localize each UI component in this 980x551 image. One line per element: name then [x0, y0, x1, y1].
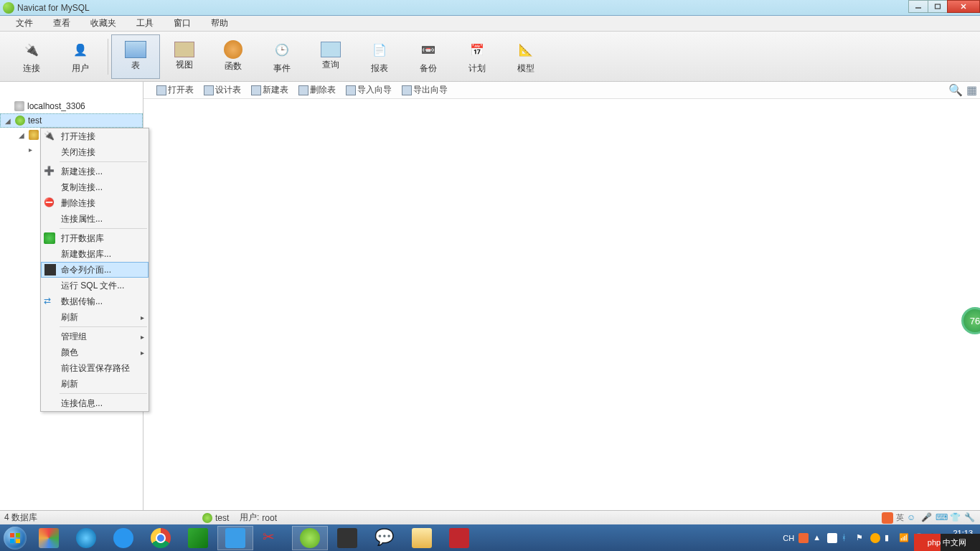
menu-file[interactable]: 文件 [6, 16, 43, 31]
menu-favorites[interactable]: 收藏夹 [80, 16, 126, 31]
tray-sogou-icon[interactable] [798, 533, 809, 543]
report-icon: 📄 [368, 38, 391, 61]
wechat-icon: 💬 [374, 528, 395, 548]
minimize-button[interactable] [908, 0, 928, 13]
tray-app-icon[interactable] [870, 533, 880, 543]
export-icon [402, 85, 412, 95]
cm-manage-group[interactable]: 管理组 [41, 329, 149, 344]
new-table-icon [251, 85, 261, 95]
cm-refresh[interactable]: 刷新 [41, 309, 149, 325]
menu-window[interactable]: 窗口 [164, 16, 201, 31]
cm-connection-properties[interactable]: 连接属性... [41, 211, 149, 227]
toolbar-connection[interactable]: 🔌连接 [7, 34, 56, 79]
statusbar: 4 数据库 test 用户: root 英 ☺ 🎤 ⌨ 👕 🔧 [0, 510, 980, 524]
mic-icon[interactable]: 🎤 [921, 512, 933, 524]
sub-delete-table[interactable]: 删除表 [294, 83, 340, 98]
cm-console[interactable]: 命令列介面... [41, 262, 149, 278]
toolbar-backup[interactable]: 📼备份 [404, 34, 453, 79]
toolbar-user[interactable]: 👤用户 [56, 34, 105, 79]
tree-expand-arrow[interactable]: ◢ [5, 117, 12, 125]
tray-ime[interactable]: CH [783, 534, 794, 542]
menu-tools[interactable]: 工具 [126, 16, 164, 31]
calendar-icon: 📅 [466, 38, 489, 61]
toolbar-table[interactable]: 表 [111, 34, 160, 79]
svg-rect-5 [16, 533, 20, 537]
toolbar-model[interactable]: 📐模型 [501, 34, 550, 79]
toolbar-schedule[interactable]: 📅计划 [453, 34, 501, 79]
windows-taskbar: ✂ 💬 CH ▲ ᚼ ⚑ ▮ 📶 🔊 🐧 21:13 2018/2/8 [0, 524, 980, 551]
cm-new-database[interactable]: 新建数据库... [41, 246, 149, 262]
sub-import-wizard[interactable]: 导入向导 [341, 83, 396, 98]
tray-bluetooth-icon[interactable]: ᚼ [842, 533, 852, 543]
search-icon[interactable]: 🔍 [950, 85, 961, 96]
tray-network-icon[interactable]: 📶 [899, 533, 909, 543]
task-ie[interactable] [68, 526, 104, 550]
database-icon [44, 232, 55, 244]
ime-text[interactable]: 英 [896, 512, 904, 524]
sogou-icon[interactable] [882, 512, 893, 524]
task-baidu[interactable] [105, 526, 141, 550]
main-toolbar: 🔌连接 👤用户 表 视图 函数 🕒事件 查询 📄报表 📼备份 📅计划 📐模型 [0, 32, 980, 82]
task-app-1[interactable] [31, 526, 67, 550]
wrench-icon[interactable]: 🔧 [964, 512, 976, 524]
folder-icon [412, 528, 432, 548]
cm-connection-info[interactable]: 连接信息... [41, 395, 149, 411]
sub-new-table[interactable]: 新建表 [247, 83, 293, 98]
tree-connection-localhost[interactable]: localhost_3306 [0, 99, 143, 113]
menu-view[interactable]: 查看 [43, 16, 80, 31]
tray-up-icon[interactable]: ▲ [813, 533, 823, 543]
cm-new-connection[interactable]: ➕新建连接... [41, 164, 149, 179]
toolbar-view[interactable]: 视图 [160, 34, 209, 79]
sub-open-table[interactable]: 打开表 [152, 83, 198, 98]
task-app-5[interactable] [180, 526, 216, 550]
square-icon [188, 528, 208, 548]
cm-color[interactable]: 颜色 [41, 344, 149, 360]
model-icon: 📐 [514, 38, 537, 61]
face-icon[interactable]: ☺ [907, 512, 918, 524]
close-icon [44, 146, 55, 158]
windows-logo-icon [4, 527, 27, 550]
sub-export-wizard[interactable]: 导出向导 [397, 83, 452, 98]
cm-close-connection[interactable]: 关闭连接 [41, 144, 149, 160]
php-watermark: php 中文网 [914, 534, 980, 551]
toolbar-function[interactable]: 函数 [209, 34, 258, 79]
task-navicat[interactable] [292, 526, 328, 550]
cm-refresh2[interactable]: 刷新 [41, 376, 149, 392]
open-table-icon [156, 85, 166, 95]
cm-goto-path[interactable]: 前往设置保存路径 [41, 360, 149, 376]
tray-security-icon[interactable] [827, 533, 837, 543]
close-button[interactable] [947, 0, 980, 13]
scissors-icon: ✂ [263, 528, 283, 548]
task-chrome[interactable] [143, 526, 179, 550]
view-mode-icon[interactable]: ▦ [966, 85, 977, 96]
user-icon[interactable]: 👕 [950, 512, 961, 524]
cm-delete-connection[interactable]: ⛔删除连接 [41, 195, 149, 211]
task-pdf[interactable] [441, 526, 477, 550]
task-explorer[interactable] [404, 526, 440, 550]
keyboard-icon[interactable]: ⌨ [936, 512, 947, 524]
toolbar-event[interactable]: 🕒事件 [258, 34, 306, 79]
cm-run-sql[interactable]: 运行 SQL 文件... [41, 278, 149, 293]
tray-flag-icon[interactable]: ⚑ [856, 533, 866, 543]
sub-design-table[interactable]: 设计表 [199, 83, 245, 98]
tree-connection-test[interactable]: ◢ test [0, 113, 143, 128]
connection-on-icon [15, 116, 25, 126]
task-app-6[interactable] [217, 526, 253, 550]
maximize-button[interactable] [928, 0, 948, 13]
toolbar-report[interactable]: 📄报表 [355, 34, 404, 79]
tree-expand-arrow[interactable]: ◢ [19, 131, 26, 139]
tray-battery-icon[interactable]: ▮ [885, 533, 895, 543]
cm-open-database[interactable]: 打开数据库 [41, 230, 149, 246]
cm-duplicate-connection[interactable]: 复制连接... [41, 179, 149, 195]
menu-help[interactable]: 帮助 [201, 16, 238, 31]
backup-icon: 📼 [417, 38, 440, 61]
task-app-9[interactable] [329, 526, 365, 550]
cm-open-connection[interactable]: 🔌打开连接 [41, 128, 149, 144]
tree-arrow[interactable]: ▸ [29, 146, 36, 154]
ie-icon [76, 528, 96, 548]
toolbar-query[interactable]: 查询 [306, 34, 355, 79]
task-snip[interactable]: ✂ [255, 526, 291, 550]
cm-data-transfer[interactable]: ⇄数据传输... [41, 293, 149, 309]
task-wechat[interactable]: 💬 [367, 526, 402, 550]
start-button[interactable] [0, 524, 30, 551]
